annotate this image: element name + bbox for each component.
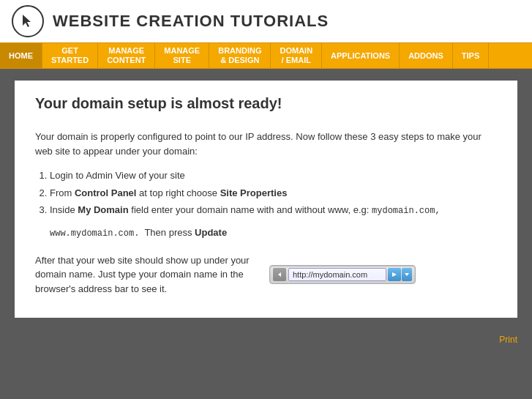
step3-detail: www.mydomain.com. Then press Update [50, 225, 497, 240]
intro-text: Your domain is properly configured to po… [35, 130, 497, 158]
svg-marker-1 [392, 272, 397, 277]
site-title: WEBSITE CREATION TUTORIALS [53, 12, 329, 31]
step-2: From Control Panel at top right choose S… [50, 184, 497, 201]
browser-back-icon [273, 268, 286, 281]
browser-dropdown-button[interactable] [402, 268, 412, 281]
nav-spacer [489, 43, 532, 68]
step-3: Inside My Domain field enter your domain… [50, 201, 497, 220]
page-heading: Your domain setup is almost ready! [35, 95, 497, 112]
url-input[interactable]: http://mydomain.com [288, 268, 386, 281]
nav-item-manage-content[interactable]: MANAGECONTENT [98, 43, 155, 68]
nav-item-tips[interactable]: TIPS [453, 43, 489, 68]
nav-item-addons[interactable]: ADDONS [400, 43, 453, 68]
nav: HOME GETSTARTED MANAGECONTENT MANAGESITE… [0, 42, 532, 69]
step-1: Login to Admin View of your site [50, 167, 497, 184]
nav-item-domain-email[interactable]: DOMAIN/ EMAIL [271, 43, 322, 68]
print-link[interactable]: Print [499, 335, 517, 345]
steps-list: Login to Admin View of your site From Co… [50, 167, 497, 219]
nav-item-manage-site[interactable]: MANAGESITE [155, 43, 209, 68]
svg-marker-2 [405, 273, 409, 276]
browser-go-button[interactable] [388, 268, 401, 281]
after-section: After that your web site should show up … [35, 253, 497, 297]
nav-item-branding-design[interactable]: BRANDING& DESIGN [209, 43, 271, 68]
header: WEBSITE CREATION TUTORIALS [0, 0, 532, 42]
browser-address-bar: http://mydomain.com [269, 265, 416, 284]
nav-item-get-started[interactable]: GETSTARTED [42, 43, 98, 68]
svg-marker-0 [278, 272, 281, 277]
nav-item-applications[interactable]: APPLICATIONS [322, 43, 400, 68]
after-text: After that your web site should show up … [35, 253, 255, 297]
content-box: Your domain setup is almost ready! Your … [15, 81, 517, 318]
logo-icon [12, 5, 44, 37]
print-area: Print [0, 329, 532, 348]
nav-item-home[interactable]: HOME [0, 43, 42, 68]
main-wrapper: Your domain setup is almost ready! Your … [0, 69, 532, 329]
